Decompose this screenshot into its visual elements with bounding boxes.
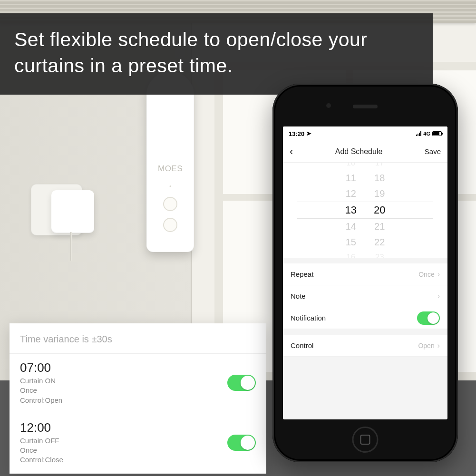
nav-bar: ‹ Add Schedule Save [283, 141, 447, 163]
schedule-header: Time variance is ±30s [10, 323, 266, 354]
row-label: Note [291, 292, 306, 300]
picker-value: 17 [375, 163, 384, 168]
picker-value-selected: 20 [374, 204, 385, 216]
settings-list: Repeat Once › Note › Notification [283, 263, 447, 329]
picker-value: 23 [375, 253, 384, 258]
section-gap [283, 258, 447, 263]
picker-value: 11 [346, 173, 356, 184]
device-buttons-group [146, 197, 194, 239]
schedule-control: Control:Open [20, 396, 227, 405]
location-icon: ➤ [306, 130, 311, 137]
headline-banner: Set flexible schedule to open/close your… [0, 13, 433, 95]
hour-column[interactable]: 10 11 12 13 14 15 16 [345, 163, 357, 258]
schedule-item[interactable]: 12:00 Curtain OFF Once Control:Close [10, 414, 266, 474]
note-row[interactable]: Note › [283, 285, 447, 307]
network-label: 4G [423, 131, 430, 136]
picker-value: 12 [346, 188, 356, 199]
row-label: Notification [291, 314, 326, 322]
chevron-right-icon: › [437, 270, 440, 279]
picker-value-selected: 13 [345, 204, 357, 216]
schedule-control: Control:Close [20, 455, 227, 465]
device-down-button[interactable] [163, 218, 177, 232]
minute-column[interactable]: 17 18 19 20 21 22 23 [374, 163, 385, 258]
schedule-toggle[interactable] [227, 375, 256, 391]
row-value: Open [418, 342, 434, 350]
repeat-row[interactable]: Repeat Once › [283, 263, 447, 285]
signal-icon [416, 131, 421, 136]
schedule-toggle[interactable] [227, 435, 256, 451]
schedule-item[interactable]: 07:00 Curtain ON Once Control:Open [10, 354, 266, 414]
row-label: Control [291, 341, 313, 350]
picker-value: 14 [346, 221, 356, 232]
schedule-item-info: 07:00 Curtain ON Once Control:Open [20, 360, 227, 405]
notification-toggle[interactable] [417, 311, 440, 325]
picker-value: 16 [346, 253, 355, 258]
schedule-time: 12:00 [20, 420, 227, 435]
picker-value: 18 [374, 173, 385, 184]
status-time: 13:20 [289, 130, 304, 137]
back-button[interactable]: ‹ [290, 146, 293, 158]
schedule-list-card: Time variance is ±30s 07:00 Curtain ON O… [10, 323, 266, 474]
device-brand-label: MOES [158, 164, 183, 174]
phone-camera [326, 103, 331, 108]
phone-frame: 13:20 ➤ 4G ‹ Add Schedule Save 10 11 12 … [272, 84, 458, 462]
schedule-name: Curtain OFF [20, 436, 227, 446]
picker-value: 15 [346, 237, 356, 248]
row-label: Repeat [291, 270, 313, 278]
phone-speaker [353, 105, 378, 108]
picker-value: 10 [346, 163, 355, 168]
notification-row: Notification [283, 307, 447, 329]
picker-value: 22 [374, 237, 385, 248]
save-button[interactable]: Save [425, 147, 441, 155]
schedule-name: Curtain ON [20, 376, 227, 386]
device-up-button[interactable] [163, 197, 177, 211]
power-cable [70, 232, 72, 261]
schedule-item-info: 12:00 Curtain OFF Once Control:Close [20, 420, 227, 465]
chevron-right-icon: › [437, 292, 440, 301]
chevron-right-icon: › [437, 341, 440, 350]
battery-icon [432, 131, 442, 136]
schedule-time: 07:00 [20, 360, 227, 375]
schedule-repeat: Once [20, 446, 227, 455]
picker-value: 21 [374, 221, 385, 232]
control-row[interactable]: Control Open › [283, 335, 447, 357]
time-picker[interactable]: 10 11 12 13 14 15 16 17 18 19 20 21 22 2… [283, 163, 447, 258]
section-gap [283, 329, 447, 335]
row-value: Once [418, 271, 434, 278]
curtain-motor-device: MOES [146, 71, 194, 252]
status-bar: 13:20 ➤ 4G [283, 126, 447, 141]
phone-home-button[interactable] [352, 427, 379, 453]
picker-value: 19 [374, 188, 385, 199]
power-adapter [51, 190, 94, 233]
settings-list: Control Open › [283, 335, 447, 357]
phone-screen: 13:20 ➤ 4G ‹ Add Schedule Save 10 11 12 … [283, 126, 447, 419]
schedule-repeat: Once [20, 386, 227, 395]
page-title: Add Schedule [335, 147, 383, 156]
